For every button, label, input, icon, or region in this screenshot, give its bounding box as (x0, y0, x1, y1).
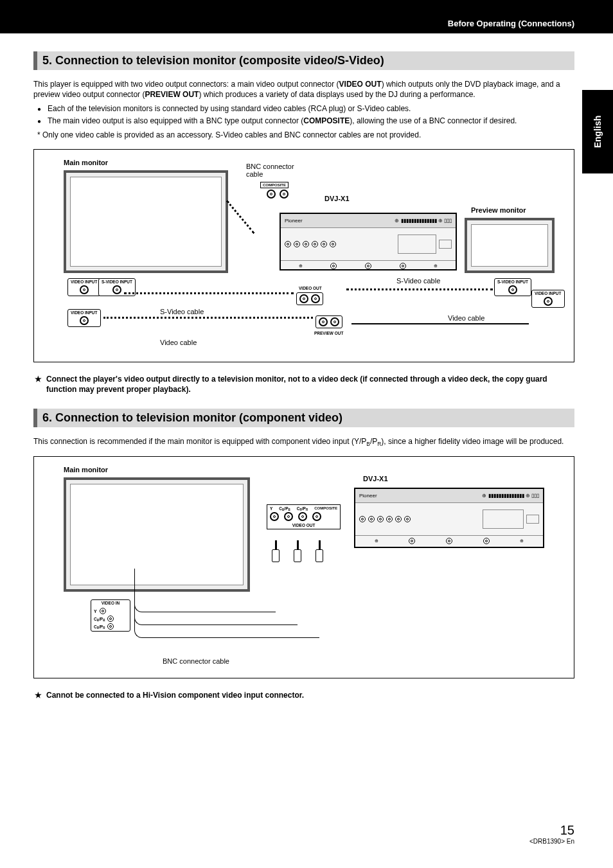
panel-component-out: Y CB/PB CR/PR COMPOSITE VIDEO OUT (267, 504, 341, 529)
doc-id: <DRB1390> En (529, 838, 574, 845)
label-svideo-cable-2: S-Video cable (396, 277, 440, 285)
cable-svideo-prev (346, 288, 493, 290)
label-device-2: DVJ-X1 (363, 475, 388, 483)
cable-pr (134, 569, 319, 638)
cable-bnc (226, 200, 255, 233)
panel-video-out (296, 292, 323, 305)
label-device: DVJ-X1 (324, 195, 350, 202)
label-composite-small: COMPOSITE (260, 182, 289, 188)
cable-svideo-main (124, 292, 294, 294)
cable-video-prev (351, 323, 529, 324)
diagram-component-video: Main monitor DVJ-X1 Y CB/PB CR/PR COMPOS… (33, 456, 574, 678)
section5-bullets: Each of the television monitors is conne… (33, 103, 574, 125)
label-svideo-cable-1: S-Video cable (160, 308, 204, 315)
label-bnc-cable: BNC connector cable (246, 163, 310, 178)
panel-video-input-main-2: VIDEO INPUT (67, 309, 101, 328)
label-preview-monitor: Preview monitor (471, 206, 526, 214)
language-tab: English (582, 90, 613, 173)
label-video-cable-1: Video cable (160, 339, 197, 346)
panel-video-input-main: VIDEO INPUT (67, 278, 101, 297)
rca-plug-pb (292, 540, 303, 566)
composite-connectors (267, 190, 289, 199)
page-footer: 15 <DRB1390> En (529, 823, 574, 845)
label-main-monitor: Main monitor (64, 159, 108, 166)
bullet-2: The main video output is also equipped w… (37, 116, 574, 126)
panel-video-input-prev: VIDEO INPUT (531, 290, 565, 308)
bullet-1: Each of the television monitors is conne… (37, 103, 574, 114)
section6-heading: 6. Connection to television monitor (com… (33, 409, 574, 427)
label-preview-out: PREVIEW OUT (314, 331, 344, 335)
header-bar: Before Operating (Connections) (0, 0, 613, 33)
page-content: 5. Connection to television monitor (com… (0, 33, 613, 727)
panel-preview-out (315, 315, 342, 328)
rca-plug-y (271, 540, 281, 566)
panel-video-in: VIDEO IN Y CB/PB CR/PR (91, 599, 130, 632)
label-main-monitor-2: Main monitor (64, 466, 108, 474)
section5-intro: This player is equipped with two video o… (33, 79, 574, 100)
section5-star-note: Connect the player's video output direct… (33, 374, 574, 394)
label-bnc-cable-2: BNC connector cable (163, 657, 229, 665)
language-label: English (592, 116, 603, 148)
section5-heading: 5. Connection to television monitor (com… (33, 51, 574, 70)
section6-star-note: Cannot be connected to a Hi-Vision compo… (33, 690, 574, 700)
main-monitor (64, 170, 228, 273)
rca-plugs (271, 540, 324, 566)
preview-monitor (465, 218, 555, 273)
diagram-composite-svideo: Main monitor BNC connector cable COMPOSI… (33, 149, 574, 362)
bnc-connector-icon (267, 190, 276, 199)
label-video-out: VIDEO OUT (299, 286, 322, 290)
breadcrumb: Before Operating (Connections) (448, 19, 574, 28)
rca-plug-pr (314, 540, 324, 566)
bnc-connector-icon (280, 190, 289, 199)
label-video-cable-2: Video cable (448, 314, 484, 322)
cable-video-main (103, 317, 313, 319)
panel-svideo-input-prev: S-VIDEO INPUT (494, 278, 531, 297)
section6-intro: This connection is recommended if the ma… (33, 436, 574, 447)
device-dvj-x1-2: Pioneer⊕ ▮▮▮▮▮▮▮▮▮▮▮▮▮▮ ⊕ ▯▯▯ ⊕⊕ (354, 488, 544, 548)
device-dvj-x1: Pioneer⊕ ▮▮▮▮▮▮▮▮▮▮▮▮▮▮ ⊕ ▯▯▯ ⊕⊕ (280, 213, 457, 270)
page-number: 15 (529, 823, 574, 838)
section5-asterisk: Only one video cable is provided as an a… (33, 130, 574, 140)
